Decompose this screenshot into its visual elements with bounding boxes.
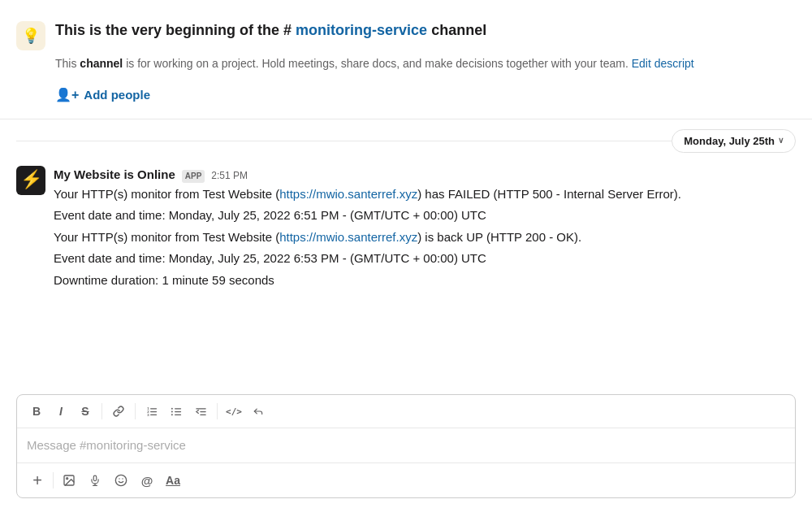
channel-intro-icon: 💡 — [16, 21, 45, 50]
app-badge: APP — [182, 170, 205, 184]
channel-name-link[interactable]: monitoring-service — [296, 22, 427, 38]
image-button[interactable] — [57, 468, 81, 493]
toolbar-divider-2 — [135, 403, 136, 419]
link-1[interactable]: https://mwio.santerref.xyz — [279, 187, 417, 201]
italic-button[interactable]: I — [50, 400, 72, 423]
svg-point-20 — [115, 475, 126, 485]
chevron-down-icon: ∨ — [778, 135, 784, 147]
add-people-button[interactable]: 👤+ Add people — [55, 84, 150, 106]
ordered-list-button[interactable]: 123 — [140, 400, 163, 423]
message-line-1: Your HTTP(s) monitor from Test Website (… — [54, 185, 796, 204]
date-label: Monday, July 25th — [684, 133, 775, 149]
avatar: ⚡ — [16, 166, 45, 195]
date-pill-button[interactable]: Monday, July 25th ∨ — [672, 129, 796, 153]
link-button[interactable] — [107, 400, 130, 423]
sender-name: My Website is Online — [54, 166, 175, 184]
message: ⚡ My Website is Online APP 2:51 PM Your … — [16, 163, 796, 293]
message-line-4: Event date and time: Monday, July 25, 20… — [54, 250, 796, 268]
add-person-icon: 👤+ — [55, 87, 79, 102]
messages-area: ⚡ My Website is Online APP 2:51 PM Your … — [0, 163, 812, 388]
svg-rect-17 — [93, 475, 97, 480]
emoji-button[interactable] — [109, 468, 133, 493]
indent-button[interactable] — [189, 400, 212, 423]
message-line-5: Downtime duration: 1 minute 59 seconds — [54, 271, 796, 290]
desc-channel-word: channel — [80, 57, 123, 70]
svg-point-10 — [171, 410, 172, 412]
editor-footer: + @ Aa — [17, 462, 795, 497]
desc-suffix: is for working on a project. Hold meetin… — [123, 57, 631, 70]
toolbar-divider-3 — [217, 403, 218, 419]
svg-point-16 — [67, 478, 68, 480]
svg-point-9 — [171, 407, 172, 409]
code-button[interactable]: </> — [222, 400, 245, 423]
quote-button[interactable] — [247, 400, 270, 423]
message-editor: B I S 123 </> Message #monitoring-servic… — [16, 394, 796, 498]
strikethrough-button[interactable]: S — [74, 400, 97, 423]
svg-point-11 — [171, 414, 172, 415]
channel-intro: 💡 This is the very beginning of the # mo… — [0, 0, 812, 119]
format-button[interactable]: Aa — [161, 468, 185, 493]
toolbar-divider-1 — [102, 403, 102, 419]
date-divider: Monday, July 25th ∨ — [0, 119, 812, 163]
message-header: My Website is Online APP 2:51 PM — [54, 166, 796, 184]
footer-divider-1 — [53, 472, 54, 488]
add-button[interactable]: + — [25, 468, 50, 493]
hash-symbol: # — [283, 22, 296, 38]
message-placeholder: Message #monitoring-service — [27, 438, 186, 452]
microphone-button[interactable] — [83, 468, 107, 493]
channel-description: This channel is for working on a project… — [55, 55, 796, 72]
channel-intro-header: 💡 This is the very beginning of the # mo… — [16, 20, 796, 50]
bold-button[interactable]: B — [25, 400, 48, 423]
message-body: Your HTTP(s) monitor from Test Website (… — [54, 185, 796, 290]
svg-text:3: 3 — [147, 412, 149, 416]
link-2[interactable]: https://mwio.santerref.xyz — [279, 230, 417, 244]
message-input[interactable]: Message #monitoring-service — [17, 428, 795, 462]
desc-prefix: This — [55, 57, 80, 70]
mention-button[interactable]: @ — [135, 468, 159, 493]
edit-description-link[interactable]: Edit descript — [632, 57, 694, 70]
editor-toolbar: B I S 123 </> — [17, 395, 795, 428]
lightning-icon: ⚡ — [20, 167, 42, 193]
format-aa-label: Aa — [166, 474, 180, 487]
message-timestamp: 2:51 PM — [211, 169, 248, 184]
message-line-3: Your HTTP(s) monitor from Test Website (… — [54, 228, 796, 247]
message-line-2: Event date and time: Monday, July 25, 20… — [54, 206, 796, 225]
unordered-list-button[interactable] — [165, 400, 188, 423]
add-people-label: Add people — [84, 88, 150, 102]
channel-intro-title: This is the very beginning of the # moni… — [55, 20, 486, 41]
message-content: My Website is Online APP 2:51 PM Your HT… — [54, 166, 796, 290]
